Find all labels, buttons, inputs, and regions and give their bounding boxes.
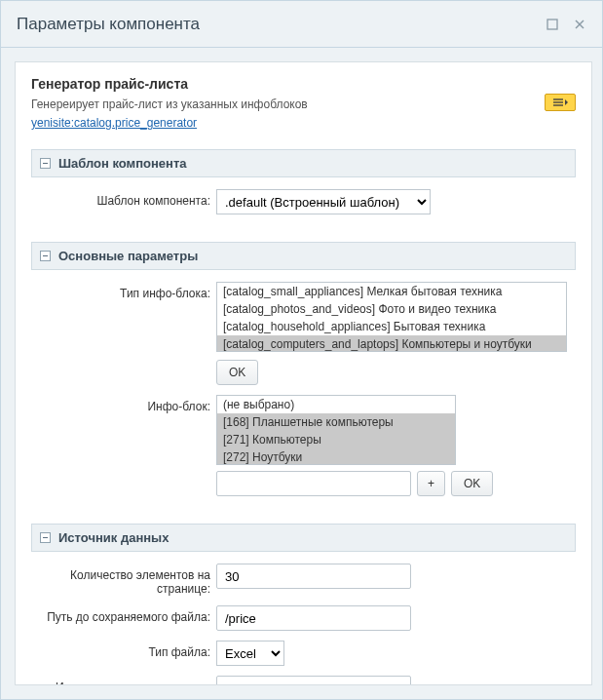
ok-button[interactable]: OK	[216, 360, 258, 385]
component-title: Генератор прайс-листа	[31, 76, 576, 92]
list-item[interactable]: [catalog_photos_and_videos] Фото и видео…	[217, 300, 566, 318]
section-head-datasource[interactable]: Источник данных	[31, 524, 576, 552]
section-datasource: Источник данных Количество элементов на …	[31, 524, 576, 685]
section-head-template[interactable]: Шаблон компонента	[31, 149, 576, 177]
list-item[interactable]: [271] Компьютеры	[217, 431, 455, 448]
template-select[interactable]: .default (Встроенный шаблон)	[216, 189, 431, 214]
path-input[interactable]	[216, 605, 411, 631]
list-item[interactable]: [catalog_household_appliances] Бытовая т…	[217, 318, 566, 335]
sort-toggle-icon[interactable]	[545, 94, 576, 111]
list-item[interactable]: [catalog_computers_and_laptops] Компьюте…	[217, 335, 566, 352]
count-label: Количество элементов на странице:	[31, 564, 216, 596]
collapse-icon	[40, 158, 51, 169]
plus-button[interactable]: +	[417, 471, 445, 496]
list-item[interactable]: [catalog_small_appliances] Мелкая бытова…	[217, 283, 566, 300]
dialog-title: Параметры компонента	[17, 15, 532, 34]
section-title: Шаблон компонента	[58, 156, 187, 171]
dialog-scroll-area[interactable]: Генератор прайс-листа Генереирует прайс-…	[15, 61, 592, 685]
section-head-main[interactable]: Основные параметры	[31, 242, 576, 270]
close-icon[interactable]	[573, 18, 586, 31]
ok-button-2[interactable]: OK	[451, 471, 493, 496]
filter-label: Имя массива со значениями фильтра для фи…	[31, 676, 216, 685]
svg-rect-0	[547, 19, 557, 29]
iblock-type-label: Тип инфо-блока:	[31, 282, 216, 300]
iblock-label: Инфо-блок:	[31, 395, 216, 413]
path-label: Путь до сохраняемого файла:	[31, 605, 216, 624]
section-title: Основные параметры	[58, 249, 198, 263]
iblock-type-listbox[interactable]: [catalog_small_appliances] Мелкая бытова…	[216, 282, 567, 352]
maximize-icon[interactable]	[546, 18, 559, 31]
dialog-window: Параметры компонента Генератор прайс-лис…	[0, 0, 603, 700]
template-label: Шаблон компонента:	[31, 189, 216, 208]
list-item[interactable]: (не выбрано)	[217, 396, 455, 413]
component-header: Генератор прайс-листа Генереирует прайс-…	[16, 62, 591, 139]
titlebar: Параметры компонента	[1, 1, 602, 48]
list-item[interactable]: [168] Планшетные компьютеры	[217, 413, 455, 431]
iblock-listbox[interactable]: (не выбрано) [168] Планшетные компьютеры…	[216, 395, 456, 465]
filetype-select[interactable]: Excel	[216, 641, 284, 666]
component-link[interactable]: yenisite:catalog.price_generator	[31, 116, 197, 130]
collapse-icon	[40, 532, 51, 543]
count-input[interactable]	[216, 564, 411, 589]
component-description: Генереирует прайс-лист из указанных инфо…	[31, 97, 576, 111]
filetype-label: Тип файла:	[31, 641, 216, 659]
iblock-add-input[interactable]	[216, 471, 411, 496]
filter-input[interactable]	[216, 676, 411, 685]
section-template: Шаблон компонента Шаблон компонента: .de…	[31, 149, 576, 232]
dialog-body-wrapper: Генератор прайс-листа Генереирует прайс-…	[1, 48, 602, 699]
collapse-icon	[40, 251, 51, 261]
section-title: Источник данных	[58, 530, 169, 545]
list-item[interactable]: [272] Ноутбуки	[217, 448, 455, 465]
svg-marker-6	[565, 99, 568, 105]
section-main: Основные параметры Тип инфо-блока: [cata…	[31, 242, 576, 514]
